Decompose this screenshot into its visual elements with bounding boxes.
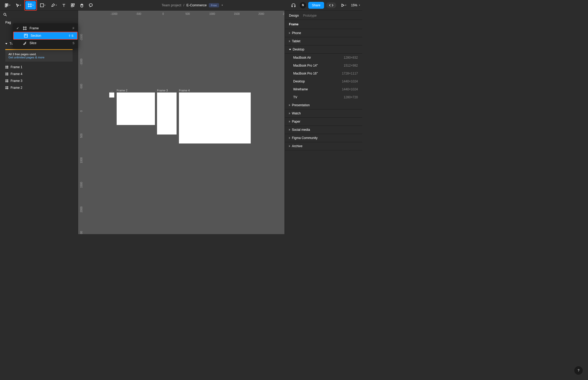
ruler-tick: 0: [80, 105, 83, 117]
ruler-vertical: -1500 -1000 -500 0 500 1000 1500 2000 25…: [78, 17, 84, 234]
preset-name: MacBook Pro 16": [293, 72, 318, 75]
present-button[interactable]: ▾: [338, 1, 349, 10]
ruler-tick: 2500: [80, 228, 83, 234]
highlight-frame-tool: ▾: [24, 0, 37, 11]
preset-social-media[interactable]: Social media: [285, 126, 362, 134]
svg-rect-13: [73, 4, 74, 5]
ruler-tick: 2500: [283, 12, 284, 15]
text-tool-button[interactable]: [60, 1, 68, 10]
zoom-control[interactable]: 15% ▾: [351, 3, 360, 7]
panel-title: Frame: [285, 20, 362, 29]
dropdown-section[interactable]: Section ⇧ S: [13, 32, 78, 40]
layer-frame-1[interactable]: Frame 1: [0, 64, 78, 71]
layer-label: Frame 4: [11, 72, 22, 76]
preset-macbook-pro-14[interactable]: MacBook Pro 14"1512×982: [285, 62, 362, 69]
preset-figma-community[interactable]: Figma Community: [285, 134, 362, 142]
frame-tool-button[interactable]: ▾: [25, 1, 36, 10]
chevron-down-icon: ▾: [56, 4, 57, 6]
pen-tool-button[interactable]: ▾: [49, 1, 59, 10]
preset-macbook-air[interactable]: MacBook Air1280×832: [285, 54, 362, 62]
toolbar-left: ▾ ▾ ▾ ▾ ▾: [2, 0, 95, 11]
resources-button[interactable]: [69, 1, 77, 10]
svg-rect-12: [71, 4, 73, 5]
frame-label-3[interactable]: Frame 3: [157, 89, 168, 92]
frame-label-4[interactable]: Frame 4: [179, 89, 190, 92]
chevron-right-icon: [289, 112, 290, 114]
preset-tv[interactable]: TV1280×720: [285, 93, 362, 101]
chevron-down-icon: [5, 43, 7, 44]
preset-paper[interactable]: Paper: [285, 118, 362, 126]
tab-design[interactable]: Design: [289, 14, 299, 17]
preset-macbook-pro-16[interactable]: MacBook Pro 16"1728×1117: [285, 69, 362, 77]
audio-button[interactable]: [289, 1, 298, 10]
chevron-right-icon: [289, 137, 290, 139]
frame-rect-4[interactable]: [179, 92, 251, 143]
chevron-right-icon: [289, 121, 290, 123]
team-project-label[interactable]: Team project: [162, 3, 181, 7]
share-button[interactable]: Share: [308, 2, 324, 9]
preset-phone[interactable]: Phone: [285, 29, 362, 37]
preset-wireframe[interactable]: Wireframe1440×1024: [285, 85, 362, 93]
dev-mode-toggle[interactable]: [326, 2, 336, 8]
chevron-down-icon: ▾: [359, 4, 360, 6]
notice-link[interactable]: Get unlimited pages & more: [8, 56, 69, 59]
frame-rect-1[interactable]: [109, 92, 114, 98]
preset-archive[interactable]: Archive: [285, 142, 362, 150]
layer-label: Frame 2: [11, 86, 22, 90]
panel-tabs: Design Prototype: [285, 11, 362, 20]
frame-label-2[interactable]: Frame 2: [117, 89, 127, 92]
svg-rect-9: [40, 4, 44, 7]
svg-point-17: [4, 13, 6, 15]
dropdown-frame[interactable]: ✓ Frame F: [13, 25, 78, 32]
preset-presentation[interactable]: Presentation: [285, 101, 362, 109]
dropdown-label: Section: [31, 34, 66, 38]
tab-prototype[interactable]: Prototype: [303, 14, 316, 17]
ruler-tick: -1000: [111, 12, 117, 15]
chevron-right-icon: [289, 40, 290, 42]
check-icon: ✓: [16, 26, 20, 30]
ruler-tick: 500: [186, 12, 190, 15]
pages-notice: All 3 free pages used. Get unlimited pag…: [5, 49, 73, 62]
search-icon[interactable]: [3, 13, 7, 16]
preset-name: MacBook Air: [293, 56, 311, 59]
comment-tool-button[interactable]: [87, 1, 95, 10]
plan-badge[interactable]: Free: [209, 3, 219, 7]
shape-tool-button[interactable]: ▾: [37, 1, 48, 10]
preset-dim: 1512×982: [344, 64, 358, 67]
preset-desktop[interactable]: Desktop: [285, 45, 362, 54]
zoom-value: 15%: [351, 3, 357, 7]
svg-rect-14: [71, 6, 73, 7]
layer-frame-4[interactable]: Frame 4: [0, 71, 78, 77]
layer-frame-2[interactable]: Frame 2: [0, 84, 78, 91]
main-menu-button[interactable]: ▾: [2, 1, 13, 10]
frame-label-1[interactable]: …: [110, 89, 113, 92]
frame-rect-2[interactable]: [117, 92, 155, 125]
ruler-tick: -500: [80, 81, 83, 92]
play-icon: [341, 3, 345, 7]
ruler-tick: 1500: [80, 179, 83, 191]
move-tool-button[interactable]: ▾: [13, 1, 24, 10]
toolbar-right: N Share ▾ 15% ▾: [289, 1, 360, 10]
frame-rect-3[interactable]: [157, 92, 177, 135]
chevron-down-icon[interactable]: ▾: [222, 4, 223, 6]
toolbar-center: Team project / E-Commerce Free ▾: [95, 3, 289, 7]
preset-label: Social media: [292, 128, 310, 132]
preset-name: Wireframe: [293, 87, 308, 91]
preset-dim: 1280×832: [344, 56, 358, 59]
dropdown-slice[interactable]: Slice S: [13, 40, 78, 47]
layer-frame-3[interactable]: Frame 3: [0, 77, 78, 84]
figma-logo-icon: [4, 3, 9, 7]
svg-rect-39: [24, 34, 27, 37]
preset-watch[interactable]: Watch: [285, 109, 362, 118]
preset-dim: 1440×1024: [342, 87, 358, 91]
hand-tool-button[interactable]: [78, 1, 86, 10]
chevron-right-icon: [289, 145, 290, 147]
ruler-tick: 2000: [258, 12, 264, 15]
canvas[interactable]: -1000 -500 0 500 1000 1500 2000 2500 -15…: [78, 11, 284, 234]
preset-tablet[interactable]: Tablet: [285, 37, 362, 45]
layer-label: Frame 3: [11, 79, 22, 83]
cursor-icon: [16, 3, 20, 7]
avatar[interactable]: N: [300, 2, 306, 8]
preset-item-desktop[interactable]: Desktop1440×1024: [285, 77, 362, 85]
project-name[interactable]: E-Commerce: [186, 3, 207, 7]
